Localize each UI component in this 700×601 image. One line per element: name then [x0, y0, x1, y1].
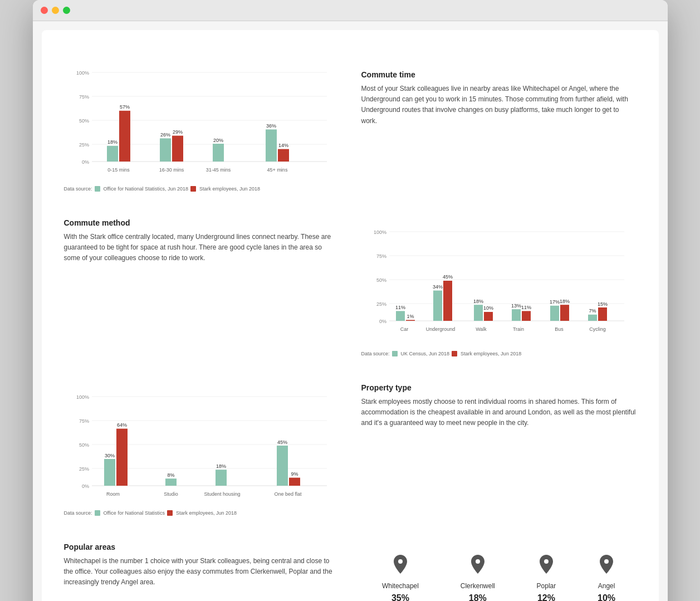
svg-text:25%: 25%: [376, 301, 386, 307]
svg-text:13%: 13%: [511, 303, 521, 309]
svg-text:75%: 75%: [376, 253, 386, 259]
pin-icon-angel: [598, 554, 615, 579]
svg-text:50%: 50%: [79, 442, 89, 448]
legend-red-label-2: Stark employees, Jun 2018: [461, 351, 521, 356]
commute-time-svg: 100% 75% 50% 25% 0% 18%: [64, 68, 339, 179]
maximize-button[interactable]: [63, 7, 70, 14]
svg-text:17%: 17%: [549, 299, 559, 305]
popular-areas-title: Popular areas: [64, 543, 339, 551]
area-angel: Angel 10%: [598, 554, 615, 601]
svg-text:10%: 10%: [483, 305, 493, 311]
area-pct-angel: 10%: [598, 593, 615, 601]
datasource-label: Data source:: [64, 186, 92, 192]
legend-green-label-3: Office for National Statistics: [104, 510, 165, 516]
svg-text:45%: 45%: [442, 274, 452, 280]
svg-rect-73: [116, 429, 128, 486]
svg-text:50%: 50%: [79, 118, 89, 124]
svg-rect-38: [443, 281, 452, 321]
svg-text:45%: 45%: [277, 439, 287, 445]
legend-red-dot-3: [167, 510, 173, 516]
popular-areas-text: Whitechapel is the number 1 choice with …: [64, 556, 339, 588]
svg-text:9%: 9%: [291, 471, 298, 477]
commute-time-chart-section: 100% 75% 50% 25% 0% 18%: [64, 48, 339, 207]
svg-text:Train: Train: [512, 326, 523, 332]
svg-text:18%: 18%: [107, 139, 117, 145]
svg-text:25%: 25%: [79, 466, 89, 472]
area-whitechapel: Whitechapel 35%: [382, 554, 419, 601]
bar: [119, 111, 130, 162]
svg-text:8%: 8%: [167, 472, 174, 478]
svg-text:7%: 7%: [589, 308, 596, 314]
close-button[interactable]: [41, 7, 48, 14]
bar: [172, 136, 183, 162]
svg-rect-82: [277, 446, 288, 486]
legend-red-label: Stark employees, Jun 2018: [199, 186, 260, 192]
svg-text:Bus: Bus: [555, 326, 564, 332]
legend-green-label-2: UK Census, Jun 2018: [401, 351, 450, 356]
svg-text:0%: 0%: [379, 319, 386, 324]
svg-rect-31: [396, 311, 405, 321]
minimize-button[interactable]: [52, 7, 59, 14]
svg-text:100%: 100%: [373, 229, 386, 235]
area-clerkenwell: Clerkenwell 18%: [461, 554, 495, 601]
datasource-label-3: Data source:: [64, 510, 92, 516]
svg-rect-43: [484, 312, 493, 321]
svg-text:Car: Car: [400, 326, 408, 332]
area-name-poplar: Poplar: [537, 582, 556, 590]
svg-text:100%: 100%: [76, 394, 89, 400]
legend-green-dot-2: [392, 351, 398, 356]
area-name-angel: Angel: [598, 582, 615, 590]
area-pct-poplar: 12%: [537, 593, 555, 601]
legend-green-label: Office for National Statistics, Jun 2018: [104, 186, 188, 192]
commute-time-text-section: Commute time Most of your Stark colleagu…: [361, 48, 637, 207]
svg-text:1%: 1%: [407, 314, 414, 319]
pin-icon-poplar: [537, 554, 555, 579]
svg-rect-48: [522, 311, 531, 321]
commute-time-text: Most of your Stark colleagues live in ne…: [361, 84, 637, 126]
svg-text:14%: 14%: [278, 143, 288, 148]
property-type-text-section: Property type Stark employees mostly cho…: [361, 372, 637, 531]
svg-text:29%: 29%: [172, 129, 182, 135]
commute-method-text-section: Commute method With the Stark office cen…: [64, 207, 339, 372]
datasource-label-2: Data source:: [361, 351, 390, 356]
svg-rect-53: [560, 305, 569, 321]
svg-text:75%: 75%: [79, 418, 89, 424]
svg-text:0%: 0%: [81, 483, 89, 489]
svg-text:31-45 mins: 31-45 mins: [205, 167, 231, 173]
svg-rect-58: [598, 307, 607, 321]
svg-text:16-30 mins: 16-30 mins: [159, 167, 184, 173]
svg-text:18%: 18%: [473, 299, 483, 304]
property-type-chart-section: 100% 75% 50% 25% 0% 30% 64% Ro: [64, 372, 339, 531]
content: 100% 75% 50% 25% 0% 18%: [42, 30, 659, 601]
titlebar: [33, 0, 668, 21]
commute-time-chart: 100% 75% 50% 25% 0% 18%: [64, 59, 339, 196]
svg-text:Room: Room: [106, 491, 119, 497]
svg-text:0-15 mins: 0-15 mins: [107, 167, 130, 173]
svg-rect-51: [550, 306, 559, 321]
bar: [107, 146, 118, 162]
commute-time-datasource: Data source: Office for National Statist…: [64, 186, 339, 192]
window: 100% 75% 50% 25% 0% 18%: [33, 0, 668, 601]
svg-text:100%: 100%: [76, 70, 89, 76]
svg-text:Underground: Underground: [425, 326, 455, 332]
area-name-clerkenwell: Clerkenwell: [461, 582, 495, 590]
svg-text:26%: 26%: [160, 132, 170, 138]
property-type-chart: 100% 75% 50% 25% 0% 30% 64% Ro: [64, 383, 339, 520]
legend-red-dot-2: [452, 351, 457, 356]
bar: [278, 149, 289, 162]
svg-rect-84: [289, 478, 300, 486]
property-type-text: Stark employees mostly choose to rent in…: [361, 397, 637, 429]
popular-areas-icons: Whitechapel 35% Clerkenwell 18% Poplar 1…: [361, 543, 637, 601]
svg-text:0%: 0%: [81, 159, 89, 165]
svg-rect-46: [512, 309, 521, 321]
bar: [266, 129, 277, 162]
svg-text:64%: 64%: [116, 422, 126, 428]
svg-text:45+ mins: 45+ mins: [267, 167, 287, 173]
area-pct-whitechapel: 35%: [391, 593, 409, 601]
commute-method-title: Commute method: [64, 218, 339, 227]
commute-method-text: With the Stark office centrally located,…: [64, 232, 339, 264]
legend-green-dot: [95, 186, 100, 192]
svg-rect-41: [474, 305, 483, 321]
bar: [213, 144, 224, 162]
popular-areas-icons-section: Whitechapel 35% Clerkenwell 18% Poplar 1…: [361, 531, 637, 601]
